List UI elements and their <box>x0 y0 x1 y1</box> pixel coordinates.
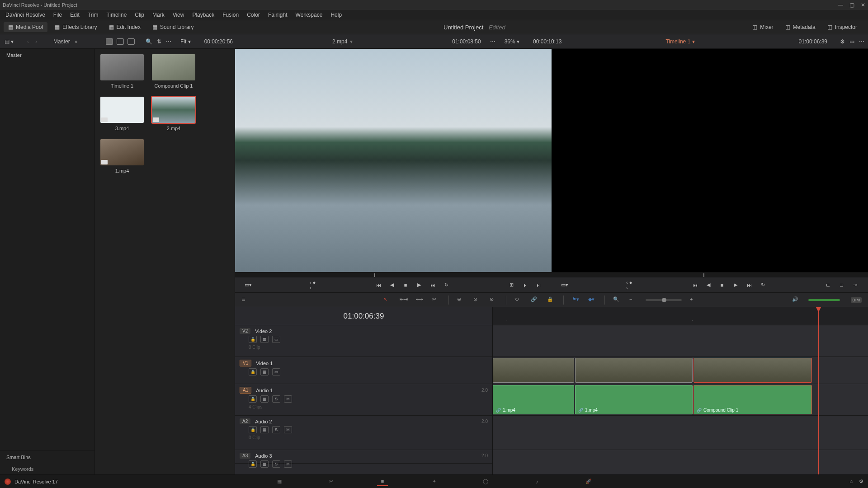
insert-clip-icon[interactable]: ⊕ <box>457 296 465 304</box>
solo-button[interactable]: S <box>272 395 280 403</box>
playhead[interactable] <box>818 307 819 474</box>
track-badge[interactable]: A1 <box>240 387 251 394</box>
flag-icon[interactable]: ⚑▾ <box>572 296 580 304</box>
track-badge[interactable]: V1 <box>240 360 251 366</box>
lock-icon[interactable]: 🔒 <box>249 426 257 433</box>
close-button[interactable]: ✕ <box>861 2 865 8</box>
home-icon[interactable]: ⌂ <box>849 479 853 484</box>
clip-thumb[interactable]: Compound Clip 1 <box>152 54 195 89</box>
auto-select-icon[interactable]: ▦ <box>260 336 269 343</box>
track-lane-a1[interactable]: 🔗1.mp4🔗1.mp4🔗Compound Clip 1-00:01🔗Compo… <box>493 384 868 416</box>
clip[interactable] <box>693 358 812 383</box>
src-more-icon[interactable]: ⋯ <box>490 38 495 45</box>
zoom-slider[interactable] <box>646 299 682 301</box>
src-first-icon[interactable]: ⏮ <box>375 282 382 289</box>
clip-thumb[interactable]: Timeline 1 <box>100 54 144 89</box>
mute-icon[interactable]: 🔊 <box>792 296 800 304</box>
track-header-a3[interactable]: A3Audio 32.0🔒▦SM <box>235 450 492 464</box>
tl-view-opts-icon[interactable]: ≣ <box>241 296 250 304</box>
menu-timeline[interactable]: Timeline <box>103 11 130 19</box>
zoom-out-icon[interactable]: − <box>629 296 637 304</box>
clip[interactable]: 🔗Compound Clip 1 <box>693 385 812 414</box>
prog-first-icon[interactable]: ⏮ <box>691 282 698 289</box>
solo-button[interactable]: S <box>272 460 280 468</box>
source-scrubber[interactable] <box>235 272 552 277</box>
disable-icon[interactable]: ▭ <box>272 336 280 343</box>
prog-play-icon[interactable]: ▶ <box>732 282 739 289</box>
prog-loop-icon[interactable]: ↻ <box>759 282 766 289</box>
disable-icon[interactable]: ▭ <box>272 368 280 375</box>
bin-dropdown-icon[interactable]: ▤ ▾ <box>5 38 14 45</box>
trim-tool-icon[interactable]: ⇤⇥ <box>400 296 408 304</box>
source-canvas[interactable] <box>235 49 552 272</box>
nav-fwd-icon[interactable]: › <box>35 38 37 45</box>
track-lane-a3[interactable] <box>493 450 868 474</box>
mute-button[interactable]: M <box>284 426 292 433</box>
nav-back-icon[interactable]: ‹ <box>27 38 29 45</box>
settings-icon[interactable]: ⚙ <box>859 479 863 484</box>
replace-clip-icon[interactable]: ⊗ <box>490 296 498 304</box>
timeline-ruler[interactable]: ··· <box>493 307 868 325</box>
src-clip-dropdown[interactable]: 2.mp4 ▾ <box>332 38 353 45</box>
track-lane-v2[interactable] <box>493 325 868 357</box>
panel-effects-library[interactable]: ▦Effects Library <box>50 22 101 32</box>
app-logo-icon[interactable] <box>5 479 11 485</box>
page-edit-icon[interactable]: ≡ <box>377 477 388 486</box>
dim-button[interactable]: DIM <box>851 297 862 303</box>
prog-out-icon[interactable]: ⊐ <box>838 282 845 289</box>
src-next-icon[interactable]: ⏭ <box>429 282 436 289</box>
track-badge[interactable]: V2 <box>240 328 250 334</box>
menu-help[interactable]: Help <box>327 11 345 19</box>
prog-matchframe-icon[interactable]: ‹ ● › <box>626 282 633 289</box>
menu-file[interactable]: File <box>50 11 66 19</box>
link-icon[interactable]: 🔗 <box>531 296 539 304</box>
page-cut-icon[interactable]: ✂ <box>326 477 336 486</box>
track-badge[interactable]: A2 <box>240 418 250 424</box>
menu-view[interactable]: View <box>169 11 188 19</box>
track-header-v1[interactable]: V1Video 1🔒▦▭ <box>235 357 492 384</box>
page-media-icon[interactable]: ▦ <box>274 477 285 486</box>
view-list-icon[interactable] <box>127 38 135 45</box>
bypass-icon[interactable]: ⚙ <box>840 38 845 45</box>
blade-tool-icon[interactable]: ✂ <box>432 296 440 304</box>
page-fusion-icon[interactable]: ✦ <box>429 477 439 486</box>
timeline-dropdown[interactable]: Timeline 1 ▾ <box>665 38 694 45</box>
src-overwrite-icon[interactable]: ⏵ <box>521 282 528 289</box>
menu-color[interactable]: Color <box>243 11 264 19</box>
track-header-v2[interactable]: V2Video 2🔒▦▭0 Clip <box>235 325 492 357</box>
auto-select-icon[interactable]: ▦ <box>260 460 269 468</box>
minimize-button[interactable]: — <box>838 2 843 8</box>
prog-more-icon[interactable]: ⋯ <box>859 38 864 45</box>
smart-bins-header[interactable]: Smart Bins <box>0 450 94 464</box>
menu-trim[interactable]: Trim <box>84 11 102 19</box>
timeline-canvas[interactable]: ··· 🔗1.mp4🔗1.mp4🔗Compound Clip 1-00:01🔗C… <box>493 307 868 474</box>
auto-select-icon[interactable]: ▦ <box>260 426 269 433</box>
search-icon[interactable]: 🔍 <box>146 38 152 45</box>
volume-slider[interactable] <box>808 299 840 301</box>
panel-mixer[interactable]: ◫Mixer <box>748 22 778 32</box>
zoom-in-icon[interactable]: + <box>690 296 698 304</box>
prog-stop-icon[interactable]: ■ <box>718 282 726 289</box>
clip-thumb[interactable]: 1.mp4 <box>100 139 144 174</box>
view-grid-icon[interactable] <box>117 38 124 45</box>
lock-icon[interactable]: 🔒 <box>547 296 555 304</box>
menu-fairlight[interactable]: Fairlight <box>264 11 291 19</box>
track-lane-a2[interactable] <box>493 416 868 450</box>
overwrite-clip-icon[interactable]: ⊙ <box>473 296 481 304</box>
src-prev-icon[interactable]: ◀ <box>388 282 396 289</box>
page-deliver-icon[interactable]: 🚀 <box>583 477 594 486</box>
prog-next-icon[interactable]: ⏭ <box>745 282 753 289</box>
menu-fusion[interactable]: Fusion <box>219 11 242 19</box>
smart-bin-keywords[interactable]: Keywords <box>0 464 94 474</box>
track-header-a1[interactable]: A1Audio 12.0🔒▦SM4 Clips <box>235 384 492 416</box>
solo-button[interactable]: S <box>272 426 280 433</box>
prog-prev-icon[interactable]: ◀ <box>705 282 712 289</box>
panel-inspector[interactable]: ◫Inspector <box>823 22 862 32</box>
clip[interactable] <box>493 358 574 383</box>
maximize-button[interactable]: ▢ <box>849 2 854 8</box>
program-scrubber[interactable] <box>552 272 868 277</box>
menu-workspace[interactable]: Workspace <box>292 11 326 19</box>
auto-select-icon[interactable]: ▦ <box>260 368 269 375</box>
menu-clip[interactable]: Clip <box>131 11 148 19</box>
view-thumb-icon[interactable] <box>106 38 113 45</box>
